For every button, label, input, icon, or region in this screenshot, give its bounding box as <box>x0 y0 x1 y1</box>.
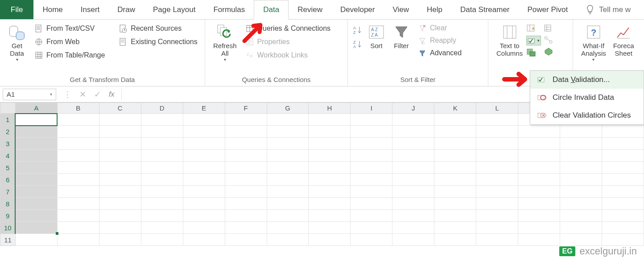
cell-I5[interactable] <box>351 162 392 174</box>
name-box[interactable]: A1 ▾ <box>3 89 56 100</box>
sort-button[interactable]: A ZZ A Sort <box>364 22 389 50</box>
cell-H10[interactable] <box>309 222 351 234</box>
cell-C1[interactable] <box>99 114 141 126</box>
cell-J6[interactable] <box>392 174 434 186</box>
cell-A2[interactable] <box>15 126 57 138</box>
cell-C7[interactable] <box>99 186 141 198</box>
cell-O10[interactable] <box>602 222 644 234</box>
row-header-10[interactable]: 10 <box>0 222 16 234</box>
cell-G4[interactable] <box>267 150 309 162</box>
refresh-all-button[interactable]: Refresh All ▾ <box>210 22 240 63</box>
cell-K2[interactable] <box>434 126 476 138</box>
cell-M5[interactable] <box>518 162 560 174</box>
cell-N11[interactable] <box>560 234 602 246</box>
get-data-button[interactable]: Get Data ▾ <box>4 22 29 63</box>
cell-I11[interactable] <box>351 234 392 246</box>
cell-H7[interactable] <box>309 186 351 198</box>
cell-K11[interactable] <box>434 234 476 246</box>
column-header-K[interactable]: K <box>434 103 476 114</box>
relationships-button[interactable] <box>544 36 553 45</box>
column-header-D[interactable]: D <box>141 103 183 114</box>
consolidate-button[interactable] <box>526 48 541 57</box>
cell-H1[interactable] <box>309 114 351 126</box>
cell-G10[interactable] <box>267 222 309 234</box>
flash-fill-button[interactable] <box>526 24 541 33</box>
cell-J11[interactable] <box>392 234 434 246</box>
cell-A1[interactable] <box>15 114 57 126</box>
cell-I2[interactable] <box>351 126 392 138</box>
menu-data-validation[interactable]: Data Validation... <box>530 71 644 89</box>
cell-G8[interactable] <box>267 198 309 210</box>
cell-K3[interactable] <box>434 138 476 150</box>
cell-F3[interactable] <box>225 138 267 150</box>
cell-L9[interactable] <box>476 210 518 222</box>
cell-N10[interactable] <box>560 222 602 234</box>
advanced-filter-button[interactable]: Advanced <box>416 47 464 59</box>
cell-N2[interactable] <box>560 126 602 138</box>
cell-N9[interactable] <box>560 210 602 222</box>
fx-icon[interactable]: fx <box>109 90 114 98</box>
forecast-sheet-button[interactable]: Foreca Sheet <box>610 22 638 58</box>
tab-page-layout[interactable]: Page Layout <box>144 0 204 19</box>
cell-L5[interactable] <box>476 162 518 174</box>
cell-M2[interactable] <box>518 126 560 138</box>
cell-G1[interactable] <box>267 114 309 126</box>
column-header-L[interactable]: L <box>476 103 518 114</box>
cell-F7[interactable] <box>225 186 267 198</box>
cell-D2[interactable] <box>141 126 183 138</box>
cell-E5[interactable] <box>183 162 225 174</box>
cell-L7[interactable] <box>476 186 518 198</box>
cell-J9[interactable] <box>392 210 434 222</box>
cell-C2[interactable] <box>99 126 141 138</box>
existing-connections-button[interactable]: Existing Connections <box>116 36 200 48</box>
cell-B4[interactable] <box>57 150 99 162</box>
column-header-B[interactable]: B <box>57 103 99 114</box>
cell-O8[interactable] <box>602 198 644 210</box>
row-header-11[interactable]: 11 <box>0 234 16 246</box>
cell-B6[interactable] <box>57 174 99 186</box>
row-header-5[interactable]: 5 <box>0 162 16 174</box>
cell-C3[interactable] <box>99 138 141 150</box>
cell-A11[interactable] <box>15 234 57 246</box>
cell-E9[interactable] <box>183 210 225 222</box>
cell-H2[interactable] <box>309 126 351 138</box>
column-header-A[interactable]: A <box>15 103 57 114</box>
cell-F5[interactable] <box>225 162 267 174</box>
cell-A8[interactable] <box>15 198 57 210</box>
cell-D4[interactable] <box>141 150 183 162</box>
cell-F6[interactable] <box>225 174 267 186</box>
sort-desc-button[interactable]: ZA <box>352 39 364 49</box>
cell-A5[interactable] <box>15 162 57 174</box>
row-header-7[interactable]: 7 <box>0 186 16 198</box>
cell-E8[interactable] <box>183 198 225 210</box>
cell-K4[interactable] <box>434 150 476 162</box>
row-header-9[interactable]: 9 <box>0 210 16 222</box>
cell-J8[interactable] <box>392 198 434 210</box>
cell-H8[interactable] <box>309 198 351 210</box>
cell-A4[interactable] <box>15 150 57 162</box>
cell-L8[interactable] <box>476 198 518 210</box>
cell-M10[interactable] <box>518 222 560 234</box>
row-header-4[interactable]: 4 <box>0 150 16 162</box>
column-header-G[interactable]: G <box>267 103 309 114</box>
tab-formulas[interactable]: Formulas <box>204 0 254 19</box>
tab-file[interactable]: File <box>0 0 33 19</box>
cell-O4[interactable] <box>602 150 644 162</box>
cell-D11[interactable] <box>141 234 183 246</box>
cell-H5[interactable] <box>309 162 351 174</box>
cell-I10[interactable] <box>351 222 392 234</box>
cell-A6[interactable] <box>15 174 57 186</box>
cell-C11[interactable] <box>99 234 141 246</box>
column-header-I[interactable]: I <box>351 103 392 114</box>
cell-L2[interactable] <box>476 126 518 138</box>
cell-I3[interactable] <box>351 138 392 150</box>
cell-N5[interactable] <box>560 162 602 174</box>
cell-J4[interactable] <box>392 150 434 162</box>
column-header-J[interactable]: J <box>392 103 434 114</box>
data-validation-split-button[interactable]: ▾ <box>526 36 541 45</box>
cell-E2[interactable] <box>183 126 225 138</box>
cell-C4[interactable] <box>99 150 141 162</box>
row-header-3[interactable]: 3 <box>0 138 16 150</box>
cell-J7[interactable] <box>392 186 434 198</box>
tab-draw[interactable]: Draw <box>108 0 144 19</box>
